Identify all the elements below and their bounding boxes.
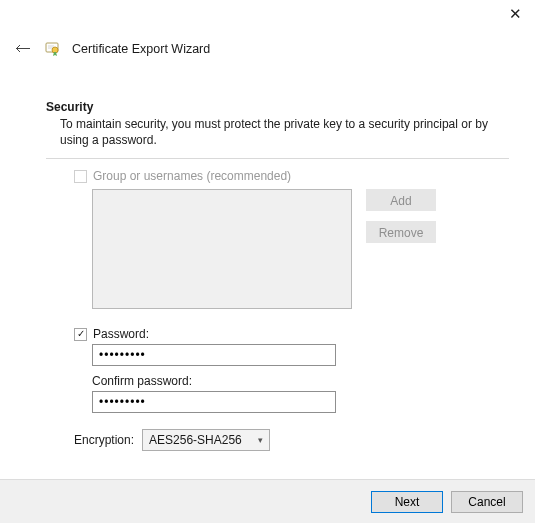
divider [46,158,509,159]
remove-button[interactable]: Remove [366,221,436,243]
next-button[interactable]: Next [371,491,443,513]
section-title: Security [46,100,509,114]
groups-checkbox-label: Group or usernames (recommended) [93,169,291,183]
close-icon: ✕ [509,5,522,23]
password-field[interactable] [92,344,336,366]
close-button[interactable]: ✕ [495,0,535,28]
confirm-password-label: Confirm password: [92,374,192,388]
groups-checkbox-row: Group or usernames (recommended) [74,169,509,183]
wizard-header: 🡐 Certificate Export Wizard [12,38,210,60]
groups-area: Add Remove [92,189,509,309]
back-button[interactable]: 🡐 [12,38,34,60]
groups-button-column: Add Remove [366,189,436,309]
add-button[interactable]: Add [366,189,436,211]
password-checkbox-row: Password: [74,327,509,341]
certificate-icon [44,40,62,58]
groups-checkbox[interactable] [74,170,87,183]
chevron-down-icon: ▾ [258,435,263,445]
arrow-left-icon: 🡐 [15,40,31,58]
confirm-password-row: Confirm password: [92,374,509,388]
encryption-select[interactable]: AES256-SHA256 ▾ [142,429,270,451]
wizard-title: Certificate Export Wizard [72,42,210,56]
encryption-selected-value: AES256-SHA256 [149,433,242,447]
cancel-button[interactable]: Cancel [451,491,523,513]
confirm-password-field[interactable] [92,391,336,413]
password-checkbox[interactable] [74,328,87,341]
password-label: Password: [93,327,149,341]
encryption-row: Encryption: AES256-SHA256 ▾ [74,429,509,451]
button-bar: Next Cancel [0,479,535,523]
groups-listbox[interactable] [92,189,352,309]
section-description: To maintain security, you must protect t… [60,116,509,148]
titlebar: ✕ [0,0,535,30]
encryption-label: Encryption: [74,433,134,447]
content-area: Security To maintain security, you must … [46,100,509,451]
password-section: Password: Confirm password: [74,327,509,413]
